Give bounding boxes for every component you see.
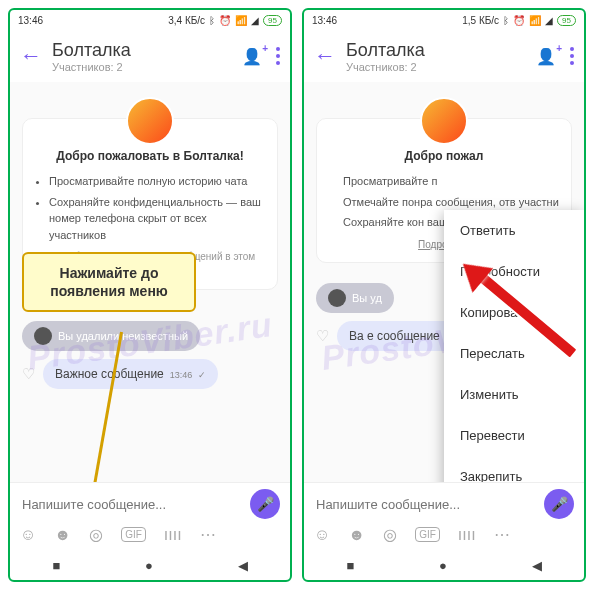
signal-icon: 📶 bbox=[235, 15, 247, 26]
nav-recent[interactable]: ■ bbox=[52, 558, 60, 573]
menu-reply[interactable]: Ответить bbox=[444, 210, 584, 251]
emoji-icon[interactable]: ☻ bbox=[54, 526, 71, 544]
battery-icon: 95 bbox=[557, 15, 576, 26]
more-icon[interactable]: ⋯ bbox=[200, 525, 216, 544]
message-time: 13:46 bbox=[170, 370, 193, 380]
wifi-icon: ◢ bbox=[251, 15, 259, 26]
nav-home[interactable]: ● bbox=[145, 558, 153, 573]
nav-back[interactable]: ◀ bbox=[532, 558, 542, 573]
mini-avatar bbox=[34, 327, 52, 345]
gif-icon[interactable]: GIF bbox=[121, 527, 146, 542]
card-bullet: Отмечайте понра сообщения, отв участника… bbox=[343, 194, 559, 211]
menu-translate[interactable]: Перевести bbox=[444, 415, 584, 456]
alarm-icon: ⏰ bbox=[513, 15, 525, 26]
chat-title[interactable]: Болталка bbox=[52, 40, 232, 61]
callout-pointer bbox=[89, 332, 123, 482]
nav-home[interactable]: ● bbox=[439, 558, 447, 573]
message-bubble[interactable]: Важное сообщение 13:46 ✓ bbox=[43, 359, 218, 389]
message-text: Ва е сообщение bbox=[349, 329, 440, 343]
wifi-icon: ◢ bbox=[545, 15, 553, 26]
audio-icon[interactable]: ıııı bbox=[164, 526, 182, 544]
status-net: 3,4 КБ/с bbox=[168, 15, 205, 26]
message-text: Важное сообщение bbox=[55, 367, 164, 381]
deleted-pill: Вы удалили неизвестный bbox=[22, 321, 200, 351]
group-avatar bbox=[420, 97, 468, 145]
add-user-icon[interactable]: 👤 bbox=[242, 47, 262, 66]
menu-pin[interactable]: Закрепить bbox=[444, 456, 584, 482]
mini-avatar bbox=[328, 289, 346, 307]
group-avatar bbox=[126, 97, 174, 145]
status-net: 1,5 КБ/с bbox=[462, 15, 499, 26]
audio-icon[interactable]: ıııı bbox=[458, 526, 476, 544]
alarm-icon: ⏰ bbox=[219, 15, 231, 26]
deleted-pill: Вы уд bbox=[316, 283, 394, 313]
back-icon[interactable]: ← bbox=[314, 43, 336, 69]
status-time: 13:46 bbox=[312, 15, 337, 26]
chat-title[interactable]: Болталка bbox=[346, 40, 526, 61]
message-input[interactable] bbox=[314, 496, 536, 513]
add-user-icon[interactable]: 👤 bbox=[536, 47, 556, 66]
nav-back[interactable]: ◀ bbox=[238, 558, 248, 573]
bluetooth-icon: ᛒ bbox=[209, 15, 215, 26]
more-icon[interactable]: ⋯ bbox=[494, 525, 510, 544]
back-icon[interactable]: ← bbox=[20, 43, 42, 69]
bluetooth-icon: ᛒ bbox=[503, 15, 509, 26]
card-bullet: Сохраняйте конфиденциальность — ваш номе… bbox=[49, 194, 265, 244]
card-bullet: Просматривайте полную историю чата bbox=[49, 173, 265, 190]
camera-icon[interactable]: ◎ bbox=[383, 525, 397, 544]
welcome-title: Добро пожаловать в Болталка! bbox=[35, 147, 265, 165]
kebab-menu-icon[interactable] bbox=[276, 47, 280, 65]
emoji-icon[interactable]: ☻ bbox=[348, 526, 365, 544]
nav-recent[interactable]: ■ bbox=[346, 558, 354, 573]
sticker-icon[interactable]: ☺ bbox=[314, 526, 330, 544]
menu-edit[interactable]: Изменить bbox=[444, 374, 584, 415]
battery-icon: 95 bbox=[263, 15, 282, 26]
like-icon[interactable]: ♡ bbox=[316, 327, 329, 345]
kebab-menu-icon[interactable] bbox=[570, 47, 574, 65]
mic-button[interactable]: 🎤 bbox=[250, 489, 280, 519]
sticker-icon[interactable]: ☺ bbox=[20, 526, 36, 544]
mic-button[interactable]: 🎤 bbox=[544, 489, 574, 519]
gif-icon[interactable]: GIF bbox=[415, 527, 440, 542]
message-input[interactable] bbox=[20, 496, 242, 513]
chat-subtitle: Участников: 2 bbox=[52, 61, 232, 73]
signal-icon: 📶 bbox=[529, 15, 541, 26]
camera-icon[interactable]: ◎ bbox=[89, 525, 103, 544]
status-time: 13:46 bbox=[18, 15, 43, 26]
card-bullet: Просматривайте п bbox=[343, 173, 559, 190]
chat-subtitle: Участников: 2 bbox=[346, 61, 526, 73]
welcome-title: Добро пожал bbox=[329, 147, 559, 165]
check-icon: ✓ bbox=[198, 370, 206, 380]
like-icon[interactable]: ♡ bbox=[22, 365, 35, 383]
annotation-callout: Нажимайте до появления меню bbox=[22, 252, 196, 312]
